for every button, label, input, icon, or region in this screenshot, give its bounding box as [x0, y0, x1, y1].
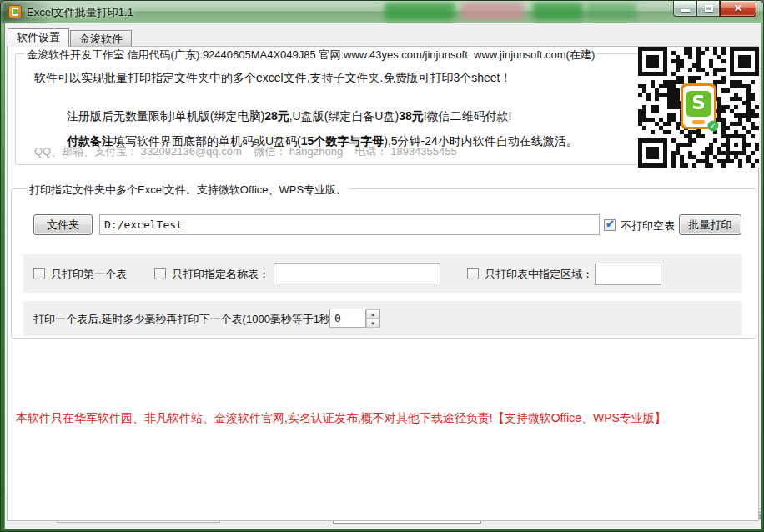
- info-line-1: 软件可以实现批量打印指定文件夹中的多个excel文件,支持子文件夹.免费版可打印…: [34, 71, 512, 86]
- info-groupbox: 金浚软件开发工作室 信用代码(广东):92440605MA4X049J85 官网…: [15, 53, 639, 165]
- region-checkbox[interactable]: [467, 268, 479, 279]
- skip-empty-label[interactable]: 不打印空表: [621, 218, 675, 233]
- titlebar-glass-artifact: [586, 3, 636, 20]
- spinner-down-icon[interactable]: ▼: [366, 319, 379, 328]
- skip-empty-checkbox[interactable]: [604, 219, 616, 231]
- named-sheet-checkbox[interactable]: [154, 268, 166, 279]
- delay-spinner: ▲ ▼: [366, 309, 380, 328]
- titlebar-glass-artifact: [461, 3, 523, 20]
- folder-path-input[interactable]: [99, 214, 600, 235]
- delay-input[interactable]: [329, 309, 366, 328]
- region-input[interactable]: [595, 263, 661, 285]
- delay-strip: 打印一个表后,延时多少毫秒再打印下一个表(1000毫秒等于1秒)： ▲ ▼: [23, 301, 742, 336]
- sheet-options-strip: 只打印第一个表 只打印指定名称表： 只打印表中指定区域：: [23, 254, 742, 293]
- named-sheet-label[interactable]: 只打印指定名称表：: [172, 267, 269, 282]
- client-area: 软件设置 金浚软件 金浚软件开发工作室 信用代码(广东):92440605MA4…: [4, 23, 761, 529]
- maximize-icon: [705, 5, 713, 12]
- delay-label: 打印一个表后,延时多少毫秒再打印下一个表(1000毫秒等于1秒)：: [33, 312, 344, 327]
- window-title: Excel文件批量打印1.1: [27, 5, 133, 20]
- titlebar-glass-artifact: [385, 3, 455, 20]
- region-label[interactable]: 只打印表中指定区域：: [485, 267, 593, 282]
- first-sheet-label[interactable]: 只打印第一个表: [51, 267, 127, 282]
- choose-folder-button[interactable]: 文件夹: [33, 214, 93, 235]
- distribution-notice: 本软件只在华军软件园、非凡软件站、金浚软件官网,实名认证发布,概不对其他下载途径…: [16, 411, 666, 426]
- info-group-title: 金浚软件开发工作室 信用代码(广东):92440605MA4X049J85 官网…: [24, 48, 597, 63]
- first-sheet-checkbox[interactable]: [33, 268, 45, 279]
- close-icon: ✕: [721, 3, 756, 14]
- title-bar[interactable]: Excel文件批量打印1.1 ✕: [1, 1, 763, 23]
- payment-qr-code: [638, 47, 759, 168]
- minimize-icon: [681, 9, 690, 12]
- tab-jinjun-software[interactable]: 金浚软件: [70, 30, 132, 46]
- named-sheet-input[interactable]: [274, 263, 440, 284]
- print-group-title: 打印指定文件夹中多个Excel文件。支持微软Office、WPS专业版。: [27, 183, 349, 198]
- minimize-button[interactable]: [673, 1, 696, 17]
- app-icon: [8, 5, 22, 18]
- tab-page: 金浚软件开发工作室 信用代码(广东):92440605MA4X049J85 官网…: [7, 46, 759, 521]
- contact-line: QQ、邮箱、支付宝： 332092136@qq.com 微信： hangzhon…: [34, 144, 457, 159]
- app-window: Excel文件批量打印1.1 ✕ 软件设置 金浚软件 金浚软件开发工作室 信用代…: [0, 0, 764, 532]
- print-groupbox: 打印指定文件夹中多个Excel文件。支持微软Office、WPS专业版。 文件夹…: [11, 188, 756, 339]
- maximize-button[interactable]: [696, 1, 720, 17]
- tab-software-settings[interactable]: 软件设置: [8, 28, 69, 47]
- titlebar-glass-artifact: [533, 3, 583, 20]
- batch-print-button[interactable]: 批量打印: [679, 214, 741, 235]
- close-button[interactable]: ✕: [720, 1, 756, 17]
- spinner-up-icon[interactable]: ▲: [366, 309, 379, 319]
